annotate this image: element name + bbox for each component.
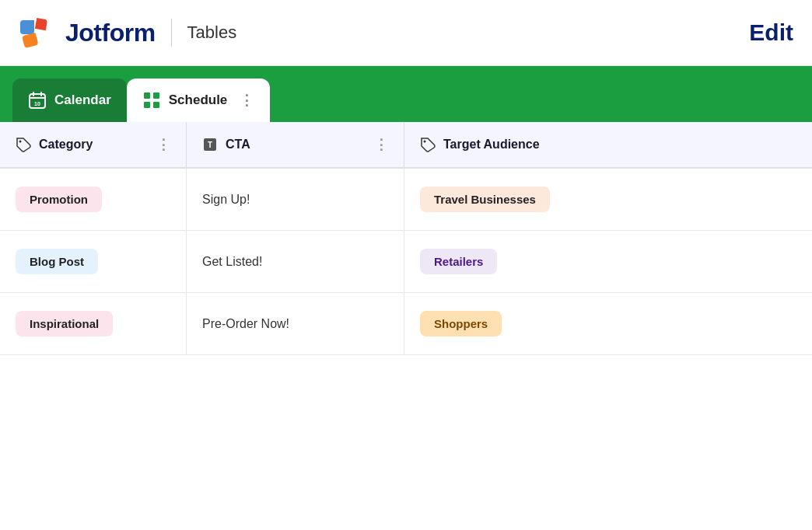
tabs-bar: 10 Calendar Schedule ⋮: [0, 66, 812, 122]
logo-area: Jotform: [19, 14, 156, 51]
table-header: Category ⋮ T CTA ⋮ Target Audience: [0, 122, 812, 169]
svg-point-12: [424, 141, 426, 143]
col-cta-label: CTA: [226, 138, 250, 152]
col-header-cta: T CTA ⋮: [187, 122, 404, 167]
data-table: Category ⋮ T CTA ⋮ Target Audience: [0, 122, 812, 355]
col-header-target-audience: Target Audience: [404, 122, 812, 167]
edit-label: Edit: [749, 19, 793, 46]
cell-category-1[interactable]: Promotion: [0, 169, 187, 230]
tables-label: Tables: [187, 23, 237, 43]
cell-target-1[interactable]: Travel Businesses: [404, 169, 812, 230]
logo-text: Jotform: [65, 19, 156, 47]
header: Jotform Tables Edit: [0, 0, 812, 66]
svg-rect-6: [153, 92, 159, 99]
category-col-menu[interactable]: ⋮: [156, 136, 170, 153]
category-tag-icon: [16, 137, 31, 152]
cta-value-1: Sign Up!: [202, 193, 250, 207]
header-divider: [171, 19, 172, 47]
cell-target-2[interactable]: Retailers: [404, 231, 812, 292]
tab-calendar-label: Calendar: [54, 92, 111, 108]
cell-cta-1[interactable]: Sign Up!: [187, 169, 404, 230]
tag-blog-post: Blog Post: [16, 249, 98, 274]
svg-text:10: 10: [34, 101, 40, 106]
cell-category-2[interactable]: Blog Post: [0, 231, 187, 292]
svg-rect-8: [153, 102, 159, 108]
svg-point-9: [19, 141, 22, 143]
jotform-logo-icon: [19, 14, 56, 51]
col-target-audience-label: Target Audience: [443, 138, 540, 152]
col-header-category: Category ⋮: [0, 122, 187, 167]
tag-shoppers: Shoppers: [420, 311, 502, 336]
tag-travel-businesses: Travel Businesses: [420, 187, 550, 212]
cell-cta-3[interactable]: Pre-Order Now!: [187, 293, 404, 354]
cta-text-icon: T: [202, 137, 218, 152]
tab-schedule-label: Schedule: [169, 92, 228, 108]
tab-schedule[interactable]: Schedule ⋮: [127, 78, 271, 122]
svg-rect-7: [144, 102, 150, 108]
cell-target-3[interactable]: Shoppers: [404, 293, 812, 354]
cell-category-3[interactable]: Inspirational: [0, 293, 187, 354]
svg-rect-5: [144, 92, 150, 99]
cta-value-3: Pre-Order Now!: [202, 317, 289, 331]
schedule-grid-icon: [142, 91, 161, 110]
cell-cta-2[interactable]: Get Listed!: [187, 231, 404, 292]
cta-col-menu[interactable]: ⋮: [374, 136, 388, 153]
table-row: Blog Post Get Listed! Retailers: [0, 231, 812, 293]
tag-promotion: Promotion: [16, 187, 102, 212]
svg-text:T: T: [208, 141, 212, 149]
calendar-icon: 10: [28, 91, 47, 110]
col-category-label: Category: [39, 138, 93, 152]
table-row: Inspirational Pre-Order Now! Shoppers: [0, 293, 812, 355]
tag-inspirational: Inspirational: [16, 311, 113, 336]
table-row: Promotion Sign Up! Travel Businesses: [0, 169, 812, 231]
cta-value-2: Get Listed!: [202, 255, 262, 269]
tab-schedule-menu-dots[interactable]: ⋮: [240, 92, 254, 109]
tag-retailers: Retailers: [420, 249, 497, 274]
target-tag-icon: [420, 137, 436, 152]
tab-calendar[interactable]: 10 Calendar: [12, 78, 127, 122]
